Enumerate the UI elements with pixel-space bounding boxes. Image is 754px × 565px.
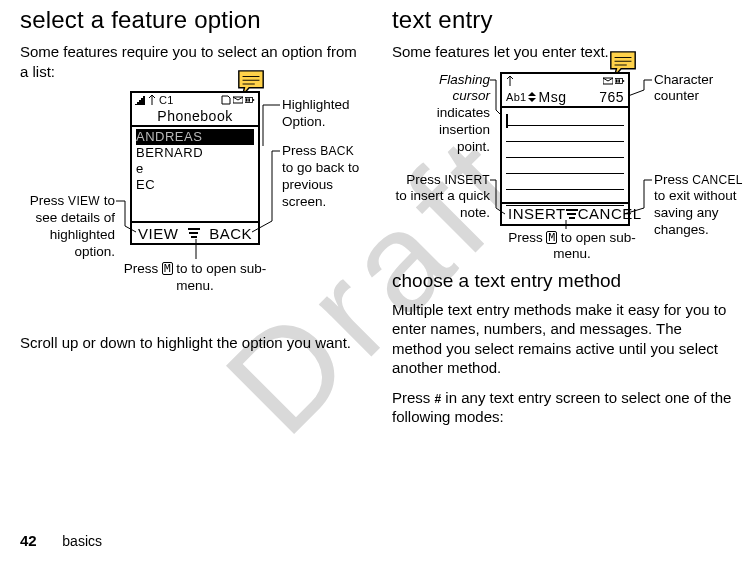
mail-icon xyxy=(233,95,243,105)
left-heading: select a feature option xyxy=(20,6,362,34)
right-para1: Multiple text entry methods make it easy… xyxy=(392,300,734,378)
right-column: text entry Some features let you enter t… xyxy=(392,6,734,437)
list-item: ANDREAS xyxy=(136,129,254,145)
insertion-cursor xyxy=(506,114,508,128)
svg-rect-15 xyxy=(623,80,625,82)
svg-rect-14 xyxy=(618,79,620,82)
section-label: basics xyxy=(62,533,102,549)
battery-icon xyxy=(615,76,625,86)
callout-menu: Press M to to open sub-menu. xyxy=(120,261,270,295)
callout-cursor: Flashing cursor indicates insertion poin… xyxy=(420,72,490,156)
text-line xyxy=(506,158,624,174)
callout-cancel: Press CANCEL to exit without saving any … xyxy=(654,172,747,240)
callout-counter: Character counter xyxy=(654,72,734,106)
callout-highlighted: Highlighted Option. xyxy=(282,97,362,131)
phone-title: Ab1 Msg 765 xyxy=(502,88,628,106)
softkey-right: CANCEL xyxy=(578,205,642,222)
antenna-icon xyxy=(505,76,515,86)
status-c1: C1 xyxy=(159,94,174,106)
softkey-left: VIEW xyxy=(138,225,178,242)
right-heading: text entry xyxy=(392,6,734,34)
page-number: 42 xyxy=(20,532,37,549)
phone-title: Phonebook xyxy=(132,107,258,125)
left-intro: Some features require you to select an o… xyxy=(20,42,362,81)
menu-icon xyxy=(566,209,578,219)
left-phone-screen: C1 Phonebook ANDREAS BERNARD e EC xyxy=(130,91,260,245)
left-column: select a feature option Some features re… xyxy=(20,6,362,437)
callout-back: Press BACK to go back to previous screen… xyxy=(282,143,367,211)
page-footer: 42 basics xyxy=(20,532,102,549)
signal-icon xyxy=(135,95,145,105)
text-line xyxy=(506,110,624,126)
input-mode: Ab1 xyxy=(506,88,526,106)
list-item: EC xyxy=(136,177,254,193)
right-figure: Ab1 Msg 765 INSERT xyxy=(392,72,734,262)
text-line xyxy=(506,142,624,158)
svg-rect-6 xyxy=(248,98,250,101)
right-intro: Some features let you enter text. xyxy=(392,42,734,62)
updown-icon xyxy=(528,92,536,102)
right-para2: Press # in any text entry screen to sele… xyxy=(392,388,734,427)
svg-rect-13 xyxy=(616,79,618,82)
svg-rect-5 xyxy=(246,98,248,101)
right-subhead: choose a text entry method xyxy=(392,270,734,292)
callout-view: Press VIEW to see details of highlighted… xyxy=(20,193,115,261)
svg-rect-7 xyxy=(253,99,255,101)
antenna-icon xyxy=(147,95,157,105)
char-counter: 765 xyxy=(599,88,624,106)
softkey-left: INSERT xyxy=(508,205,566,222)
text-line xyxy=(506,126,624,142)
callout-menu: Press M to open sub-menu. xyxy=(507,230,637,264)
speech-bubble-icon xyxy=(608,50,638,74)
right-phone-screen: Ab1 Msg 765 INSERT xyxy=(500,72,630,226)
list-item: e xyxy=(136,161,254,177)
callout-insert: Press INSERT to insert a quick note. xyxy=(392,172,490,223)
status-bar: C1 xyxy=(132,93,258,107)
battery-icon xyxy=(245,95,255,105)
list-item: BERNARD xyxy=(136,145,254,161)
mail-icon xyxy=(603,76,613,86)
doc-icon xyxy=(221,95,231,105)
left-after: Scroll up or down to highlight the optio… xyxy=(20,333,362,353)
text-line xyxy=(506,174,624,190)
speech-bubble-icon xyxy=(236,69,266,93)
status-bar xyxy=(502,74,628,88)
softkey-right: BACK xyxy=(209,225,252,242)
left-figure: C1 Phonebook ANDREAS BERNARD e EC xyxy=(20,91,362,311)
menu-icon xyxy=(187,228,201,238)
